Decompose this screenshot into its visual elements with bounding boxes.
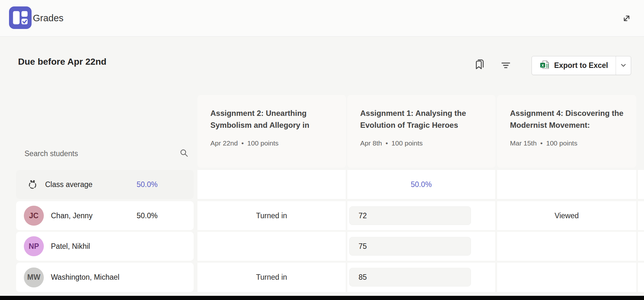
avatar: NP bbox=[24, 236, 44, 256]
assignment-title: Assignment 4: Discovering the Modernist … bbox=[510, 107, 629, 131]
grades-app-window: Grades Due before Apr 22nd bbox=[0, 0, 644, 300]
search-icon bbox=[179, 148, 189, 159]
meta-separator: • bbox=[540, 139, 543, 147]
grid-cell-status[interactable]: Turned in bbox=[197, 201, 346, 230]
grid-cell-clipped bbox=[638, 263, 644, 292]
window-bottom-edge bbox=[0, 296, 644, 300]
grid-cell-grade: 75 bbox=[347, 232, 495, 261]
filter-icon bbox=[500, 59, 512, 72]
assignment-header-1[interactable]: Assignment 1: Analysing the Evolution of… bbox=[347, 95, 495, 168]
grid-cell-status[interactable]: Viewed bbox=[497, 201, 636, 230]
assignment-meta: Mar 15th • 100 points bbox=[510, 139, 629, 147]
points: 100 points bbox=[391, 139, 423, 147]
grades-app-icon bbox=[9, 6, 32, 29]
assignment-header-2[interactable]: Assignment 2: Unearthing Symbolism and A… bbox=[197, 95, 346, 168]
people-icon bbox=[26, 178, 39, 191]
grade-input[interactable]: 72 bbox=[349, 206, 471, 225]
class-average-row[interactable]: Class average 50.0% bbox=[16, 170, 194, 199]
assignment-title: Assignment 2: Unearthing Symbolism and A… bbox=[210, 107, 338, 131]
grid-cell[interactable] bbox=[497, 232, 636, 261]
avatar: MW bbox=[24, 267, 44, 287]
student-name: Patel, Nikhil bbox=[51, 242, 90, 251]
points: 100 points bbox=[546, 139, 577, 147]
meta-separator: • bbox=[241, 139, 244, 147]
app-header: Grades bbox=[0, 0, 644, 37]
grid-cell-clipped bbox=[638, 232, 644, 261]
export-to-excel-label: Export to Excel bbox=[554, 61, 608, 70]
bookmark-button[interactable] bbox=[472, 57, 487, 73]
search-students-row bbox=[18, 144, 194, 163]
svg-text:X: X bbox=[542, 63, 544, 67]
export-to-excel-split-button: X Export to Excel bbox=[532, 56, 631, 75]
due-date: Apr 8th bbox=[360, 139, 382, 147]
student-name: Chan, Jenny bbox=[51, 211, 92, 220]
grid-cell-grade: 72 bbox=[347, 201, 495, 230]
average-value: 50.0% bbox=[411, 180, 432, 189]
expand-button[interactable] bbox=[619, 11, 634, 26]
student-row-washington-michael[interactable]: MW Washington, Michael bbox=[16, 263, 194, 292]
assignment-meta: Apr 8th • 100 points bbox=[360, 139, 488, 147]
avatar: JC bbox=[24, 206, 44, 226]
grid-cell-clipped bbox=[638, 201, 644, 230]
search-input[interactable] bbox=[24, 149, 179, 158]
student-name: Washington, Michael bbox=[51, 273, 120, 282]
grid-cell[interactable] bbox=[497, 263, 636, 292]
meta-separator: • bbox=[386, 139, 388, 147]
assignment-title: Assignment 1: Analysing the Evolution of… bbox=[360, 107, 488, 131]
bookmark-icon bbox=[473, 59, 485, 72]
grid-cell-status[interactable]: Turned in bbox=[197, 263, 346, 292]
page-title: Grades bbox=[33, 0, 63, 36]
export-to-excel-button[interactable]: X Export to Excel bbox=[532, 56, 616, 75]
grade-input[interactable]: 85 bbox=[349, 268, 471, 286]
assignment-header-4[interactable]: Assignment 4: Discovering the Modernist … bbox=[497, 95, 636, 168]
status-text: Turned in bbox=[256, 273, 287, 282]
grid-cell-grade: 85 bbox=[347, 263, 495, 292]
student-row-chan-jenny[interactable]: JC Chan, Jenny 50.0% bbox=[16, 201, 194, 230]
expand-icon bbox=[621, 13, 632, 25]
status-text: Viewed bbox=[554, 211, 579, 220]
grade-input[interactable]: 75 bbox=[349, 237, 471, 256]
chevron-down-icon bbox=[620, 61, 627, 70]
export-options-dropdown[interactable] bbox=[616, 56, 631, 75]
grid-cell-average[interactable]: 50.0% bbox=[347, 170, 495, 199]
assignment-meta: Apr 22nd • 100 points bbox=[210, 139, 338, 147]
status-text: Turned in bbox=[256, 211, 287, 220]
grid-cell[interactable] bbox=[197, 232, 346, 261]
due-filter-title: Due before Apr 22nd bbox=[18, 57, 106, 67]
grid-cell-clipped bbox=[638, 170, 644, 199]
excel-icon: X bbox=[540, 60, 550, 72]
student-row-patel-nikhil[interactable]: NP Patel, Nikhil bbox=[16, 232, 194, 261]
due-date: Apr 22nd bbox=[210, 139, 238, 147]
points: 100 points bbox=[247, 139, 279, 147]
filter-button[interactable] bbox=[498, 58, 514, 73]
grid-cell[interactable] bbox=[497, 170, 636, 199]
class-average-percent: 50.0% bbox=[137, 180, 158, 189]
grid-cell[interactable] bbox=[197, 170, 346, 199]
due-date: Mar 15th bbox=[510, 139, 537, 147]
class-average-label: Class average bbox=[45, 180, 92, 189]
student-percent: 50.0% bbox=[137, 211, 158, 220]
